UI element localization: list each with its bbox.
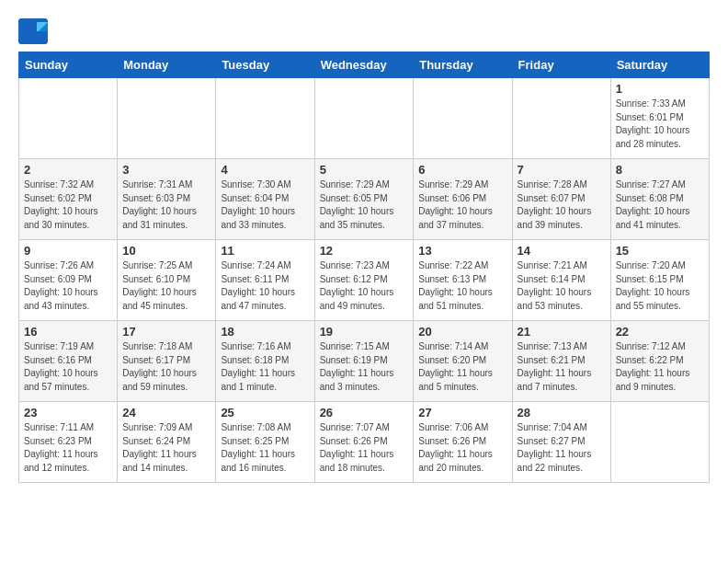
day-info: Sunrise: 7:12 AM Sunset: 6:22 PM Dayligh… — [616, 340, 704, 394]
day-number: 25 — [221, 406, 309, 419]
day-info: Sunrise: 7:15 AM Sunset: 6:19 PM Dayligh… — [320, 340, 409, 394]
day-number: 23 — [24, 406, 112, 419]
calendar-cell: 2Sunrise: 7:32 AM Sunset: 6:02 PM Daylig… — [19, 159, 118, 240]
calendar-cell: 3Sunrise: 7:31 AM Sunset: 6:03 PM Daylig… — [118, 159, 216, 240]
day-number: 6 — [418, 163, 506, 177]
calendar-cell: 5Sunrise: 7:29 AM Sunset: 6:05 PM Daylig… — [314, 159, 414, 240]
day-info: Sunrise: 7:21 AM Sunset: 6:14 PM Dayligh… — [518, 259, 606, 313]
day-number: 17 — [122, 325, 210, 339]
calendar-cell: 14Sunrise: 7:21 AM Sunset: 6:14 PM Dayli… — [512, 240, 610, 321]
day-info: Sunrise: 7:07 AM Sunset: 6:26 PM Dayligh… — [320, 421, 409, 475]
day-info: Sunrise: 7:29 AM Sunset: 6:05 PM Dayligh… — [320, 178, 409, 232]
day-info: Sunrise: 7:28 AM Sunset: 6:07 PM Dayligh… — [518, 178, 606, 232]
calendar-cell: 16Sunrise: 7:19 AM Sunset: 6:16 PM Dayli… — [19, 321, 118, 402]
day-number: 16 — [24, 325, 112, 339]
calendar-cell: 25Sunrise: 7:08 AM Sunset: 6:25 PM Dayli… — [216, 402, 314, 483]
day-info: Sunrise: 7:11 AM Sunset: 6:23 PM Dayligh… — [24, 421, 112, 475]
weekday-header-thursday: Thursday — [414, 52, 512, 78]
day-number: 21 — [518, 325, 606, 339]
calendar-cell: 7Sunrise: 7:28 AM Sunset: 6:07 PM Daylig… — [512, 159, 610, 240]
day-info: Sunrise: 7:04 AM Sunset: 6:27 PM Dayligh… — [518, 421, 606, 475]
day-number: 10 — [122, 244, 210, 258]
calendar-cell: 22Sunrise: 7:12 AM Sunset: 6:22 PM Dayli… — [610, 321, 709, 402]
day-info: Sunrise: 7:19 AM Sunset: 6:16 PM Dayligh… — [24, 340, 112, 394]
day-number: 8 — [616, 163, 704, 177]
weekday-header-monday: Monday — [118, 52, 216, 78]
day-number: 15 — [616, 244, 704, 258]
calendar-cell: 4Sunrise: 7:30 AM Sunset: 6:04 PM Daylig… — [216, 159, 314, 240]
calendar-cell: 13Sunrise: 7:22 AM Sunset: 6:13 PM Dayli… — [414, 240, 512, 321]
calendar-cell: 19Sunrise: 7:15 AM Sunset: 6:19 PM Dayli… — [314, 321, 414, 402]
weekday-header-friday: Friday — [512, 52, 610, 78]
logo — [18, 18, 50, 44]
week-row-4: 23Sunrise: 7:11 AM Sunset: 6:23 PM Dayli… — [19, 402, 710, 483]
calendar-cell — [314, 78, 414, 159]
calendar-cell: 20Sunrise: 7:14 AM Sunset: 6:20 PM Dayli… — [414, 321, 512, 402]
week-row-0: 1Sunrise: 7:33 AM Sunset: 6:01 PM Daylig… — [19, 78, 710, 159]
calendar-table: SundayMondayTuesdayWednesdayThursdayFrid… — [18, 52, 710, 483]
calendar-cell: 24Sunrise: 7:09 AM Sunset: 6:24 PM Dayli… — [118, 402, 216, 483]
weekday-header-sunday: Sunday — [19, 52, 118, 78]
calendar-cell: 11Sunrise: 7:24 AM Sunset: 6:11 PM Dayli… — [216, 240, 314, 321]
day-number: 20 — [418, 325, 506, 339]
calendar-cell — [414, 78, 512, 159]
day-info: Sunrise: 7:25 AM Sunset: 6:10 PM Dayligh… — [122, 259, 210, 313]
logo-icon — [18, 18, 48, 44]
calendar-cell: 21Sunrise: 7:13 AM Sunset: 6:21 PM Dayli… — [512, 321, 610, 402]
calendar-cell: 15Sunrise: 7:20 AM Sunset: 6:15 PM Dayli… — [610, 240, 709, 321]
day-number: 24 — [122, 406, 210, 419]
day-info: Sunrise: 7:31 AM Sunset: 6:03 PM Dayligh… — [122, 178, 210, 232]
day-info: Sunrise: 7:20 AM Sunset: 6:15 PM Dayligh… — [616, 259, 704, 313]
calendar-cell: 8Sunrise: 7:27 AM Sunset: 6:08 PM Daylig… — [610, 159, 709, 240]
day-info: Sunrise: 7:14 AM Sunset: 6:20 PM Dayligh… — [418, 340, 506, 394]
calendar-cell: 10Sunrise: 7:25 AM Sunset: 6:10 PM Dayli… — [118, 240, 216, 321]
calendar-cell: 12Sunrise: 7:23 AM Sunset: 6:12 PM Dayli… — [314, 240, 414, 321]
calendar-cell: 6Sunrise: 7:29 AM Sunset: 6:06 PM Daylig… — [414, 159, 512, 240]
day-number: 13 — [418, 244, 506, 258]
day-info: Sunrise: 7:29 AM Sunset: 6:06 PM Dayligh… — [418, 178, 506, 232]
calendar-cell: 18Sunrise: 7:16 AM Sunset: 6:18 PM Dayli… — [216, 321, 314, 402]
day-number: 18 — [221, 325, 309, 339]
day-info: Sunrise: 7:32 AM Sunset: 6:02 PM Dayligh… — [24, 178, 112, 232]
weekday-header-row: SundayMondayTuesdayWednesdayThursdayFrid… — [19, 52, 710, 78]
day-number: 26 — [320, 406, 409, 419]
week-row-2: 9Sunrise: 7:26 AM Sunset: 6:09 PM Daylig… — [19, 240, 710, 321]
day-number: 19 — [320, 325, 409, 339]
day-number: 14 — [518, 244, 606, 258]
day-number: 3 — [122, 163, 210, 177]
calendar-cell — [19, 78, 118, 159]
day-info: Sunrise: 7:06 AM Sunset: 6:26 PM Dayligh… — [418, 421, 506, 475]
day-info: Sunrise: 7:09 AM Sunset: 6:24 PM Dayligh… — [122, 421, 210, 475]
calendar-cell — [512, 78, 610, 159]
weekday-header-wednesday: Wednesday — [314, 52, 414, 78]
calendar-cell — [216, 78, 314, 159]
day-number: 22 — [616, 325, 704, 339]
day-info: Sunrise: 7:27 AM Sunset: 6:08 PM Dayligh… — [616, 178, 704, 232]
day-number: 11 — [221, 244, 309, 258]
day-info: Sunrise: 7:08 AM Sunset: 6:25 PM Dayligh… — [221, 421, 309, 475]
day-info: Sunrise: 7:33 AM Sunset: 6:01 PM Dayligh… — [616, 98, 704, 151]
calendar-cell: 23Sunrise: 7:11 AM Sunset: 6:23 PM Dayli… — [19, 402, 118, 483]
day-info: Sunrise: 7:26 AM Sunset: 6:09 PM Dayligh… — [24, 259, 112, 313]
day-info: Sunrise: 7:22 AM Sunset: 6:13 PM Dayligh… — [418, 259, 506, 313]
calendar-cell: 1Sunrise: 7:33 AM Sunset: 6:01 PM Daylig… — [610, 78, 709, 159]
calendar-cell: 9Sunrise: 7:26 AM Sunset: 6:09 PM Daylig… — [19, 240, 118, 321]
day-info: Sunrise: 7:13 AM Sunset: 6:21 PM Dayligh… — [518, 340, 606, 394]
day-info: Sunrise: 7:30 AM Sunset: 6:04 PM Dayligh… — [221, 178, 309, 232]
week-row-3: 16Sunrise: 7:19 AM Sunset: 6:16 PM Dayli… — [19, 321, 710, 402]
day-number: 4 — [221, 163, 309, 177]
day-number: 5 — [320, 163, 409, 177]
weekday-header-tuesday: Tuesday — [216, 52, 314, 78]
header — [18, 15, 710, 44]
day-number: 12 — [320, 244, 409, 258]
weekday-header-saturday: Saturday — [610, 52, 709, 78]
day-number: 28 — [518, 406, 606, 419]
day-number: 1 — [616, 82, 704, 96]
day-info: Sunrise: 7:24 AM Sunset: 6:11 PM Dayligh… — [221, 259, 309, 313]
calendar-cell: 26Sunrise: 7:07 AM Sunset: 6:26 PM Dayli… — [314, 402, 414, 483]
calendar-cell: 28Sunrise: 7:04 AM Sunset: 6:27 PM Dayli… — [512, 402, 610, 483]
calendar-cell — [118, 78, 216, 159]
week-row-1: 2Sunrise: 7:32 AM Sunset: 6:02 PM Daylig… — [19, 159, 710, 240]
day-info: Sunrise: 7:16 AM Sunset: 6:18 PM Dayligh… — [221, 340, 309, 394]
day-number: 27 — [418, 406, 506, 419]
